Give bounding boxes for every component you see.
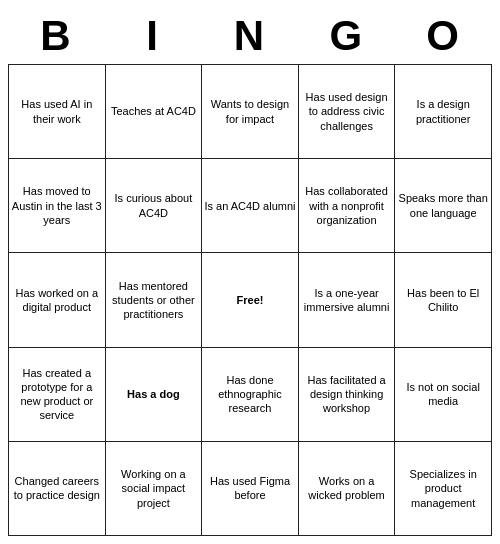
cell-r0-c2[interactable]: Wants to design for impact (202, 65, 299, 159)
cell-r2-c2[interactable]: Free! (202, 253, 299, 347)
cell-r1-c0[interactable]: Has moved to Austin in the last 3 years (9, 159, 106, 253)
cell-r1-c3[interactable]: Has collaborated with a nonprofit organi… (298, 159, 395, 253)
title-g: G (298, 12, 395, 60)
cell-r4-c1[interactable]: Working on a social impact project (105, 441, 202, 535)
title-b: B (8, 12, 105, 60)
title-n: N (202, 12, 299, 60)
cell-r0-c0[interactable]: Has used AI in their work (9, 65, 106, 159)
cell-r3-c1[interactable]: Has a dog (105, 347, 202, 441)
cell-r3-c4[interactable]: Is not on social media (395, 347, 492, 441)
cell-r4-c0[interactable]: Changed careers to practice design (9, 441, 106, 535)
cell-r1-c1[interactable]: Is curious about AC4D (105, 159, 202, 253)
cell-r4-c2[interactable]: Has used Figma before (202, 441, 299, 535)
cell-r2-c0[interactable]: Has worked on a digital product (9, 253, 106, 347)
bingo-title: B I N G O (8, 8, 492, 64)
title-i: I (105, 12, 202, 60)
cell-r3-c3[interactable]: Has facilitated a design thinking worksh… (298, 347, 395, 441)
cell-r2-c3[interactable]: Is a one-year immersive alumni (298, 253, 395, 347)
cell-r2-c1[interactable]: Has mentored students or other practitio… (105, 253, 202, 347)
cell-r0-c4[interactable]: Is a design practitioner (395, 65, 492, 159)
cell-r2-c4[interactable]: Has been to El Chilito (395, 253, 492, 347)
cell-r4-c4[interactable]: Specializes in product management (395, 441, 492, 535)
title-o: O (395, 12, 492, 60)
cell-r0-c1[interactable]: Teaches at AC4D (105, 65, 202, 159)
cell-r3-c2[interactable]: Has done ethnographic research (202, 347, 299, 441)
cell-r3-c0[interactable]: Has created a prototype for a new produc… (9, 347, 106, 441)
cell-r1-c2[interactable]: Is an AC4D alumni (202, 159, 299, 253)
cell-r0-c3[interactable]: Has used design to address civic challen… (298, 65, 395, 159)
cell-r1-c4[interactable]: Speaks more than one language (395, 159, 492, 253)
cell-r4-c3[interactable]: Works on a wicked problem (298, 441, 395, 535)
bingo-grid: Has used AI in their workTeaches at AC4D… (8, 64, 492, 536)
